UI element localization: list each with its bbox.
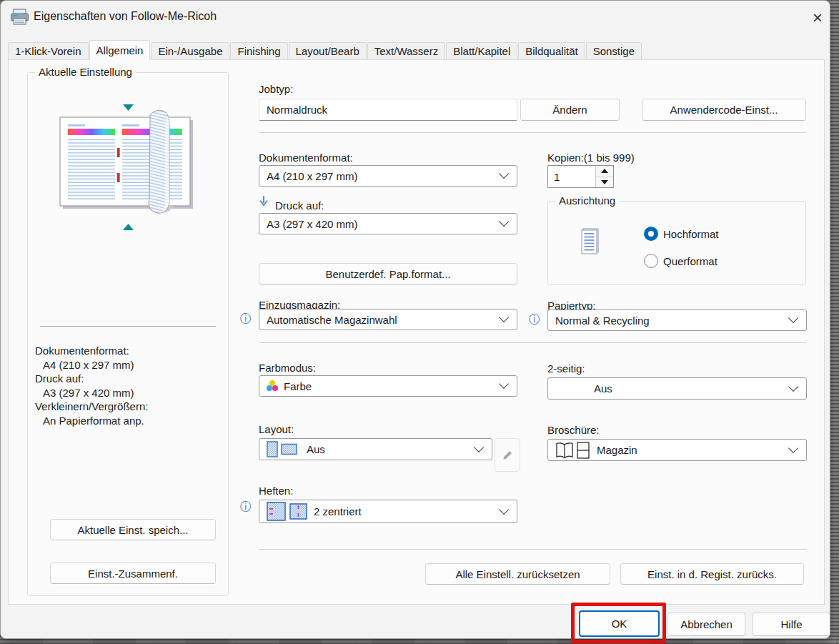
querformat-label: Querformat	[663, 255, 718, 267]
kopien-label: Kopien:(1 bis 999)	[547, 152, 635, 164]
dokumentenformat-label: Dokumentenformat:	[259, 152, 353, 164]
querformat-radio[interactable]	[644, 254, 658, 268]
kopien-value: 1	[548, 166, 595, 187]
summary-line: A4 (210 x 297 mm)	[35, 359, 148, 373]
summary-line: A3 (297 x 420 mm)	[35, 387, 148, 401]
spin-down-button[interactable]	[596, 177, 613, 188]
layout-label: Layout:	[259, 423, 294, 435]
heften-dropdown[interactable]: 2 zentriert	[259, 500, 517, 523]
tab-finishing[interactable]: Finishing	[230, 42, 287, 60]
chevron-down-icon	[499, 379, 509, 389]
usercode-settings-button[interactable]: Anwendercode-Einst...	[642, 99, 806, 121]
kopien-stepper[interactable]: 1	[547, 165, 614, 188]
layout-dropdown[interactable]: Aus	[259, 438, 492, 460]
info-icon: ⓘ	[240, 501, 252, 512]
separator	[259, 549, 806, 550]
save-current-settings-button[interactable]: Aktuelle Einst. speich...	[50, 519, 216, 540]
reset-all-settings-button[interactable]: Alle Einstell. zurücksetzen	[425, 563, 610, 585]
separator	[40, 326, 216, 327]
jobtyp-label: Jobtyp:	[259, 83, 293, 95]
jobtyp-value: Normaldruck	[267, 104, 327, 116]
change-jobtyp-button[interactable]: Ändern	[520, 99, 620, 121]
broschuere-value: Magazin	[597, 444, 637, 456]
tab-bildqualitaet[interactable]: Bildqualität	[518, 42, 585, 60]
tab-1-klick-vorein[interactable]: 1-Klick-Vorein	[8, 42, 89, 60]
custom-paper-size-button[interactable]: Benutzerdef. Pap.format...	[259, 263, 517, 284]
einzugsmagazin-dropdown[interactable]: Automatische Magazinwahl	[259, 309, 517, 330]
orientation-group-title: Ausrichtung	[555, 194, 619, 207]
chevron-down-icon	[788, 381, 798, 391]
chevron-down-icon	[499, 312, 509, 322]
info-icon: ⓘ	[240, 313, 252, 325]
zweiseitig-dropdown[interactable]: Aus	[547, 377, 807, 400]
einzugsmagazin-value: Automatische Magazinwahl	[267, 314, 397, 326]
window-title: Eigenschaften von Follow-Me-Ricoh	[34, 10, 217, 23]
papiertyp-value: Normal & Recycling	[555, 314, 650, 327]
druckauf-dropdown[interactable]: A3 (297 x 420 mm)	[259, 213, 517, 234]
dokumentenformat-dropdown[interactable]: A4 (210 x 297 mm)	[259, 165, 517, 187]
tab-strip: 1-Klick-Vorein Allgemein Ein-/Ausgabe Fi…	[8, 40, 642, 60]
papiertyp-dropdown[interactable]: Normal & Recycling	[547, 309, 807, 331]
chevron-down-icon	[499, 217, 509, 227]
printer-properties-dialog: Eigenschaften von Follow-Me-Ricoh × 1-Kl…	[0, 0, 830, 639]
tab-allgemein[interactable]: Allgemein	[89, 40, 151, 60]
orientation-group: Ausrichtung Hochformat Querformat	[547, 201, 806, 285]
farbmodus-dropdown[interactable]: Farbe	[259, 375, 517, 397]
kopien-spin-buttons	[595, 166, 613, 187]
summary-line: Dokumentenformat:	[35, 345, 148, 359]
separator	[259, 132, 806, 133]
triangle-down-icon	[601, 180, 608, 184]
druckauf-label: Druck auf:	[275, 199, 324, 212]
heften-value: 2 zentriert	[314, 505, 362, 517]
layout-edit-button[interactable]	[495, 438, 520, 472]
summary-line: An Papierformat anp.	[35, 415, 148, 429]
layout-value: Aus	[307, 443, 325, 455]
portrait-page-icon	[580, 227, 600, 257]
separator	[259, 342, 806, 343]
settings-summary-button[interactable]: Einst.-Zusammenf.	[50, 563, 216, 584]
zweiseitig-label: 2-seitig:	[547, 362, 585, 375]
info-icon: ⓘ	[529, 314, 540, 325]
hochformat-label: Hochformat	[663, 228, 719, 240]
ok-button[interactable]: OK	[579, 610, 660, 637]
farbmodus-value: Farbe	[284, 380, 312, 392]
tab-layout-bearb[interactable]: Layout/Bearb	[289, 42, 367, 60]
printer-icon	[10, 8, 29, 29]
broschuere-dropdown[interactable]: Magazin	[547, 439, 807, 461]
dokumentenformat-value: A4 (210 x 297 mm)	[267, 170, 358, 182]
triangle-up-icon	[601, 169, 608, 173]
color-mode-icon	[267, 380, 279, 392]
current-settings-group-title: Aktuelle Einstellung	[35, 66, 136, 78]
chevron-down-icon	[788, 313, 798, 323]
farbmodus-label: Farbmodus:	[259, 362, 316, 374]
layout-pages-icon	[267, 440, 301, 458]
druckauf-value: A3 (297 x 420 mm)	[267, 218, 358, 230]
tab-sonstige[interactable]: Sonstige	[586, 42, 642, 60]
staple-2-center-icon	[267, 502, 308, 521]
tab-ein-ausgabe[interactable]: Ein-/Ausgabe	[151, 42, 229, 60]
summary-line: Verkleinern/Vergrößern:	[35, 400, 148, 415]
broschuere-label: Broschüre:	[547, 424, 600, 436]
chevron-down-icon	[499, 504, 509, 514]
chevron-down-icon	[788, 442, 798, 452]
cancel-button[interactable]: Abbrechen	[667, 613, 745, 636]
chevron-down-icon	[474, 442, 484, 452]
spin-up-button[interactable]	[596, 166, 613, 177]
jobtyp-field[interactable]: Normaldruck	[259, 99, 517, 121]
print-preview-image	[42, 101, 214, 239]
settings-summary: Dokumentenformat: A4 (210 x 297 mm) Druc…	[35, 345, 148, 428]
summary-line: Druck auf:	[35, 372, 148, 387]
chevron-down-icon	[499, 169, 509, 179]
zweiseitig-value: Aus	[594, 382, 612, 395]
help-button[interactable]: Hilfe	[753, 613, 830, 636]
print-on-arrow-icon	[259, 195, 269, 210]
screen: Eigenschaften von Follow-Me-Ricoh × 1-Kl…	[0, 0, 839, 644]
booklet-magazin-icon	[555, 441, 591, 460]
reset-register-settings-button[interactable]: Einst. in d. Regist. zurücks.	[620, 563, 804, 585]
tab-blatt-kapitel[interactable]: Blatt/Kapitel	[446, 42, 517, 60]
hochformat-radio[interactable]	[644, 227, 658, 241]
heften-label: Heften:	[259, 485, 293, 497]
tab-text-wasserz[interactable]: Text/Wasserz	[367, 42, 445, 60]
close-icon[interactable]: ×	[804, 5, 830, 31]
pencil-icon	[502, 450, 513, 461]
